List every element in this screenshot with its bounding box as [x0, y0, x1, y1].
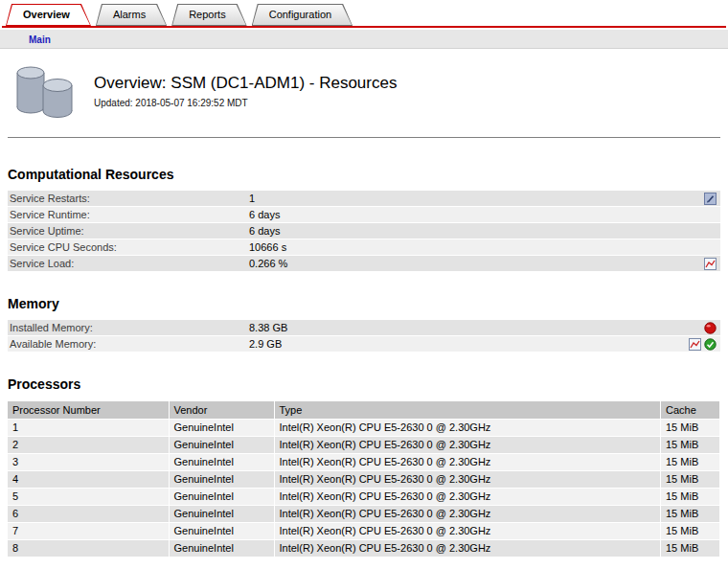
tab-alarms[interactable]: Alarms — [96, 4, 167, 26]
processor-row: 7GenuineIntelIntel(R) Xeon(R) CPU E5-263… — [8, 522, 720, 539]
processor-row: 5GenuineIntelIntel(R) Xeon(R) CPU E5-263… — [8, 488, 720, 505]
attribute-row: Service Runtime:6 days — [8, 207, 720, 222]
processor-cell: GenuineIntel — [169, 470, 274, 488]
tab-label: Overview — [6, 4, 91, 25]
tab-label: Alarms — [96, 4, 167, 25]
attribute-label: Service Load: — [10, 258, 249, 269]
section-heading-computational: Computational Resources — [8, 167, 720, 182]
processor-cell: Intel(R) Xeon(R) CPU E5-2630 0 @ 2.30GHz — [274, 453, 661, 470]
tab-reports[interactable]: Reports — [171, 4, 247, 26]
separator — [8, 137, 720, 138]
attribute-row: Service CPU Seconds:10666 s — [8, 239, 720, 255]
section-heading-processors: Processors — [8, 376, 720, 392]
processor-cell: 15 MiB — [661, 505, 720, 522]
processors-table: Processor Number Vendor Type Cache 1Genu… — [8, 401, 720, 558]
processor-cell: 15 MiB — [661, 436, 720, 453]
processor-cell: Intel(R) Xeon(R) CPU E5-2630 0 @ 2.30GHz — [274, 470, 661, 488]
processor-cell: GenuineIntel — [169, 453, 274, 470]
processor-cell: GenuineIntel — [169, 539, 274, 557]
breadcrumb-link-main[interactable]: Main — [29, 34, 51, 45]
attribute-row: Available Memory:2.9 GB — [8, 336, 720, 352]
page-title: Overview: SSM (DC1-ADM1) - Resources — [94, 74, 397, 93]
attribute-row: Service Uptime:6 days — [8, 223, 720, 239]
attribute-icons — [689, 338, 717, 351]
computational-rows: Service Restarts:1Service Runtime:6 days… — [8, 191, 720, 271]
processor-cell: 15 MiB — [661, 453, 720, 470]
processor-cell: Intel(R) Xeon(R) CPU E5-2630 0 @ 2.30GHz — [274, 436, 661, 453]
tabs: Overview Alarms Reports Configuration — [6, 4, 728, 26]
processor-cell: Intel(R) Xeon(R) CPU E5-2630 0 @ 2.30GHz — [274, 419, 661, 436]
processor-cell: 1 — [8, 419, 169, 436]
attribute-label: Available Memory: — [10, 338, 249, 350]
processor-cell: 15 MiB — [661, 539, 720, 557]
processor-cell: 3 — [8, 453, 169, 470]
processor-cell: 15 MiB — [661, 488, 720, 505]
attribute-row: Installed Memory:8.38 GB — [8, 320, 720, 335]
tab-label: Configuration — [252, 4, 353, 25]
attribute-row: Service Restarts:1 — [8, 191, 720, 206]
ok-indicator-icon — [704, 338, 717, 351]
processor-cell: 6 — [8, 505, 169, 522]
updated-timestamp: Updated: 2018-05-07 16:29:52 MDT — [94, 98, 397, 108]
attribute-value: 6 days — [249, 225, 717, 237]
processor-cell: 4 — [8, 470, 169, 488]
processor-row: 8GenuineIntelIntel(R) Xeon(R) CPU E5-263… — [8, 539, 720, 557]
column-header-vendor: Vendor — [169, 401, 274, 419]
memory-rows: Installed Memory:8.38 GBAvailable Memory… — [8, 320, 720, 352]
attribute-value: 6 days — [249, 209, 717, 220]
processor-cell: Intel(R) Xeon(R) CPU E5-2630 0 @ 2.30GHz — [274, 488, 661, 505]
attribute-icons — [704, 322, 717, 334]
processors-header-row: Processor Number Vendor Type Cache — [8, 401, 720, 419]
processor-cell: 15 MiB — [661, 470, 720, 488]
page-header: Overview: SSM (DC1-ADM1) - Resources Upd… — [10, 60, 718, 122]
processor-cell: GenuineIntel — [169, 488, 274, 505]
processor-cell: 7 — [8, 522, 169, 539]
processor-cell: 15 MiB — [661, 522, 720, 539]
breadcrumb: Main — [0, 30, 728, 49]
column-header-cache: Cache — [661, 401, 720, 419]
processor-cell: Intel(R) Xeon(R) CPU E5-2630 0 @ 2.30GHz — [274, 505, 661, 522]
attribute-label: Installed Memory: — [10, 322, 249, 333]
tab-overview[interactable]: Overview — [6, 4, 91, 26]
error-indicator-icon — [704, 322, 717, 334]
chart-icon[interactable] — [689, 338, 701, 351]
processor-cell: 2 — [8, 436, 169, 453]
section-heading-memory: Memory — [8, 296, 720, 311]
attribute-value: 2.9 GB — [249, 338, 689, 350]
attribute-value: 0.266 % — [249, 258, 704, 269]
attribute-value: 1 — [249, 193, 704, 204]
processor-cell: Intel(R) Xeon(R) CPU E5-2630 0 @ 2.30GHz — [274, 539, 661, 557]
attribute-value: 8.38 GB — [249, 322, 704, 333]
processor-row: 4GenuineIntelIntel(R) Xeon(R) CPU E5-263… — [8, 470, 720, 488]
attribute-icons — [704, 258, 717, 270]
attribute-label: Service Runtime: — [10, 209, 249, 220]
attribute-label: Service Uptime: — [10, 225, 249, 237]
processor-cell: 15 MiB — [661, 419, 720, 436]
processor-row: 3GenuineIntelIntel(R) Xeon(R) CPU E5-263… — [8, 453, 720, 470]
attribute-icons — [704, 193, 717, 205]
attribute-row: Service Load:0.266 % — [8, 256, 720, 271]
column-header-type: Type — [274, 401, 661, 419]
tab-underline — [2, 26, 726, 28]
attribute-value: 10666 s — [249, 241, 717, 253]
attribute-label: Service Restarts: — [10, 193, 249, 204]
title-block: Overview: SSM (DC1-ADM1) - Resources Upd… — [94, 60, 397, 122]
processor-row: 1GenuineIntelIntel(R) Xeon(R) CPU E5-263… — [8, 419, 720, 436]
tab-bar: Overview Alarms Reports Configuration — [0, 0, 728, 28]
tab-label: Reports — [171, 4, 247, 25]
processor-cell: Intel(R) Xeon(R) CPU E5-2630 0 @ 2.30GHz — [274, 522, 661, 539]
edit-icon[interactable] — [704, 193, 717, 205]
processor-cell: GenuineIntel — [169, 419, 274, 436]
processor-cell: 8 — [8, 539, 169, 557]
processor-cell: 5 — [8, 488, 169, 505]
chart-icon[interactable] — [704, 258, 717, 270]
processor-cell: GenuineIntel — [169, 436, 274, 453]
processor-cell: GenuineIntel — [169, 522, 274, 539]
storage-cylinders-icon — [10, 60, 80, 122]
attribute-label: Service CPU Seconds: — [10, 241, 249, 253]
processor-row: 2GenuineIntelIntel(R) Xeon(R) CPU E5-263… — [8, 436, 720, 453]
processor-row: 6GenuineIntelIntel(R) Xeon(R) CPU E5-263… — [8, 505, 720, 522]
column-header-processor-number: Processor Number — [8, 401, 169, 419]
processor-cell: GenuineIntel — [169, 505, 274, 522]
tab-configuration[interactable]: Configuration — [252, 4, 353, 26]
